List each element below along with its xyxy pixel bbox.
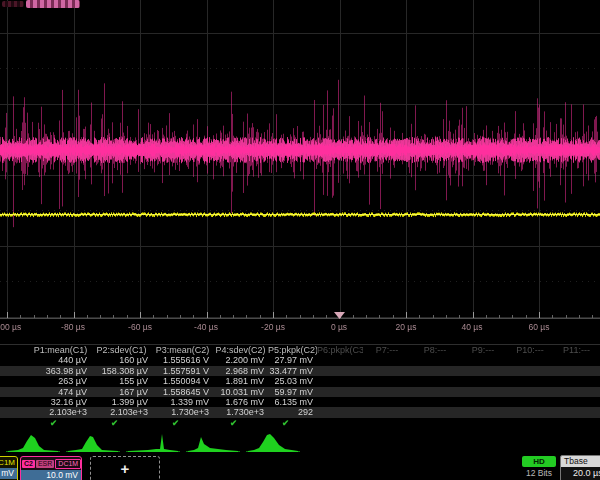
measure-value-p11-r5 xyxy=(553,397,600,407)
measure-value-p6-r1 xyxy=(317,355,363,365)
row-label-spacer xyxy=(0,355,30,365)
measure-value-p9-r6 xyxy=(459,407,507,417)
measurement-histogram-icon-p1[interactable] xyxy=(6,430,60,454)
row-label-spacer xyxy=(0,345,30,355)
measure-value-p4-r2: 2.968 mV xyxy=(213,366,268,376)
measure-value-p9-r1 xyxy=(459,355,507,365)
measure-value-p2-r5: 1.399 µV xyxy=(91,397,152,407)
c1-vdiv-value: 0 mV xyxy=(0,468,17,479)
measure-status-check-p11 xyxy=(553,418,600,428)
timebase-value: 20.0 µs/div xyxy=(561,467,600,480)
measure-value-p1-r1: 440 µV xyxy=(30,355,91,365)
measure-value-p1-r4: 474 µV xyxy=(30,387,91,397)
measure-value-p7-r6 xyxy=(363,407,411,417)
measure-value-p11-r1 xyxy=(553,355,600,365)
channel-descriptor-c1[interactable]: DC1M 0 mV xyxy=(0,456,18,480)
measure-status-check-p8 xyxy=(411,418,459,428)
measure-status-check-p5: ✔ xyxy=(268,418,317,428)
measure-value-p4-r6: 1.730e+3 xyxy=(213,407,268,417)
measurement-histogram-icon-p4[interactable] xyxy=(186,430,240,454)
measure-status-check-p6 xyxy=(317,418,363,428)
measure-value-p6-r4 xyxy=(317,387,363,397)
measure-value-p3-r2: 1.557591 V xyxy=(152,366,213,376)
measure-col-header-p9[interactable]: P9:--- xyxy=(459,345,507,355)
measure-value-p1-r6: 2.103e+3 xyxy=(30,407,91,417)
row-label-spacer xyxy=(0,418,30,428)
measurement-table: P1:mean(C1)P2:sdev(C1)P3:mean(C2)P4:sdev… xyxy=(0,344,600,428)
measure-value-p10-r4 xyxy=(507,387,553,397)
measure-col-header-p3[interactable]: P3:mean(C2) xyxy=(152,345,213,355)
measure-value-p9-r2 xyxy=(459,366,507,376)
c2-channel-badge: C2 xyxy=(22,460,35,468)
measurement-histogram-icon-p2[interactable] xyxy=(66,430,120,454)
measure-value-p2-r4: 167 µV xyxy=(91,387,152,397)
measure-value-p7-r5 xyxy=(363,397,411,407)
measure-value-p11-r3 xyxy=(553,376,600,386)
measure-value-p11-r2 xyxy=(553,366,600,376)
measure-status-check-p9 xyxy=(459,418,507,428)
measure-col-header-p5[interactable]: P5:pkpk(C2) xyxy=(268,345,317,355)
measure-status-check-p3: ✔ xyxy=(152,418,213,428)
timebase-descriptor[interactable]: Tbase 20.0 µs/div xyxy=(560,455,600,480)
row-label-spacer xyxy=(0,407,30,417)
measure-value-p3-r4: 1.558645 V xyxy=(152,387,213,397)
measure-col-header-p7[interactable]: P7:--- xyxy=(363,345,411,355)
measure-value-p9-r4 xyxy=(459,387,507,397)
measure-value-p1-r2: 363.98 µV xyxy=(30,366,91,376)
bit-resolution-label: 12 Bits xyxy=(515,468,563,478)
measure-value-p10-r5 xyxy=(507,397,553,407)
measure-col-header-p10[interactable]: P10:--- xyxy=(507,345,553,355)
measure-status-check-p2: ✔ xyxy=(91,418,152,428)
measure-value-p5-r3: 25.03 mV xyxy=(268,376,317,386)
measure-value-p3-r6: 1.730e+3 xyxy=(152,407,213,417)
c2-coupling-badge: DC1M xyxy=(55,459,81,469)
measure-col-header-p11[interactable]: P11:--- xyxy=(553,345,600,355)
time-axis-label: 40 µs xyxy=(442,322,502,332)
measure-value-p3-r1: 1.555616 V xyxy=(152,355,213,365)
row-label-spacer xyxy=(0,366,30,376)
measure-status-check-p4: ✔ xyxy=(213,418,268,428)
measure-value-p2-r2: 158.308 µV xyxy=(91,366,152,376)
measure-value-p10-r6 xyxy=(507,407,553,417)
measure-value-p4-r4: 10.031 mV xyxy=(213,387,268,397)
measure-col-header-p1[interactable]: P1:mean(C1) xyxy=(30,345,91,355)
measure-value-p2-r3: 155 µV xyxy=(91,376,152,386)
time-axis-label: -60 µs xyxy=(110,322,170,332)
measure-value-p8-r4 xyxy=(411,387,459,397)
plus-icon: + xyxy=(91,457,159,480)
c1-coupling-label: DC1M xyxy=(0,457,17,468)
add-trace-button[interactable]: + xyxy=(90,456,160,480)
clipped-toolbar-fragment xyxy=(2,1,24,7)
measure-col-header-p6[interactable]: P6:pkpk(C3) xyxy=(317,345,363,355)
measure-col-header-p8[interactable]: P8:--- xyxy=(411,345,459,355)
time-axis-label: 60 µs xyxy=(509,322,569,332)
time-axis-label: 0 µs xyxy=(309,322,369,332)
measure-value-p4-r5: 1.676 mV xyxy=(213,397,268,407)
oscilloscope-screen: -100 µs -80 µs -60 µs -40 µs -20 µs 0 µs… xyxy=(0,0,600,480)
measurement-histogram-icon-p5[interactable] xyxy=(246,430,300,454)
row-label-spacer xyxy=(0,376,30,386)
measure-value-p11-r4 xyxy=(553,387,600,397)
time-axis-label: -100 µs xyxy=(0,322,37,332)
c2-esr-badge: ESR xyxy=(36,460,54,468)
waveform-grid[interactable] xyxy=(0,0,600,344)
measure-status-check-p7 xyxy=(363,418,411,428)
channel-descriptor-c2[interactable]: C2 ESR DC1M 10.0 mV xyxy=(20,456,82,480)
measure-value-p7-r4 xyxy=(363,387,411,397)
measure-col-header-p2[interactable]: P2:sdev(C1) xyxy=(91,345,152,355)
time-axis-label: 20 µs xyxy=(376,322,436,332)
measure-value-p8-r1 xyxy=(411,355,459,365)
measure-value-p4-r3: 1.891 mV xyxy=(213,376,268,386)
measure-value-p7-r2 xyxy=(363,366,411,376)
measure-value-p10-r3 xyxy=(507,376,553,386)
measure-value-p5-r1: 27.97 mV xyxy=(268,355,317,365)
measure-col-header-p4[interactable]: P4:sdev(C2) xyxy=(213,345,268,355)
measure-value-p6-r2 xyxy=(317,366,363,376)
measurement-histogram-icon-p3[interactable] xyxy=(126,430,180,454)
time-axis-label: -40 µs xyxy=(176,322,236,332)
measure-value-p9-r3 xyxy=(459,376,507,386)
hd-mode-badge[interactable]: HD xyxy=(522,456,556,467)
measure-value-p5-r2: 33.477 mV xyxy=(268,366,317,376)
row-label-spacer xyxy=(0,387,30,397)
time-axis-label: -80 µs xyxy=(43,322,103,332)
